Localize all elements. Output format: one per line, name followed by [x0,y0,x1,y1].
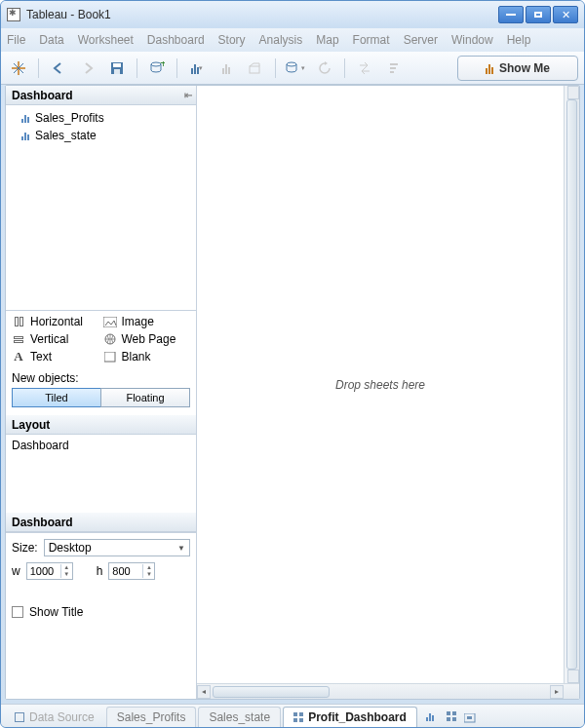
refresh-button[interactable] [313,57,336,80]
new-worksheet-button[interactable]: ▾ [185,57,209,80]
svg-rect-9 [250,66,259,73]
back-button[interactable] [47,57,70,80]
menu-worksheet[interactable]: Worksheet [78,33,134,47]
duplicate-button[interactable] [214,57,238,80]
drop-zone[interactable]: Drop sheets here [197,86,564,683]
object-vertical[interactable]: Vertical [12,332,99,346]
width-label: w [12,564,20,578]
menu-bar: File Data Worksheet Dashboard Story Anal… [1,28,584,52]
menu-help[interactable]: Help [507,33,531,47]
menu-format[interactable]: Format [353,33,390,47]
object-text[interactable]: AText [12,350,99,364]
menu-story[interactable]: Story [218,33,246,47]
sort-button[interactable] [382,57,406,80]
sheets-list: Sales_Profits Sales_state [6,105,196,310]
grid-icon [15,712,24,722]
menu-map[interactable]: Map [316,33,338,47]
layout-header[interactable]: Layout [6,415,196,435]
save-button[interactable] [105,57,129,80]
size-value: Desktop [49,541,92,555]
width-input[interactable]: ▲▼ [26,562,73,580]
swap-button[interactable] [353,57,376,80]
size-select[interactable]: Desktop ▼ [44,539,190,556]
globe-icon [103,333,117,345]
object-label: Horizontal [30,315,83,328]
title-bar[interactable]: Tableau - Book1 ✕ [1,1,584,28]
width-field[interactable] [27,565,60,577]
maximize-button[interactable] [526,6,551,23]
panel-header-label: Dashboard [12,516,73,529]
client-area: Dashboard ⇤ Sales_Profits Sales_state Ho… [5,85,580,700]
tab-label: Profit_Dashboard [308,710,407,724]
menu-file[interactable]: File [7,33,25,47]
tableau-logo-icon[interactable] [7,57,30,80]
spinner[interactable]: ▲▼ [60,564,72,578]
menu-server[interactable]: Server [404,33,438,47]
object-label: Vertical [30,332,68,346]
tab-worksheet[interactable]: Sales_state [198,707,281,727]
window-title: Tableau - Book1 [26,8,496,21]
object-webpage[interactable]: Web Page [103,332,191,346]
separator [176,58,177,78]
sheet-item[interactable]: Sales_Profits [10,109,192,127]
blank-icon [103,351,117,363]
panel-header-label: Layout [12,418,50,432]
new-worksheet-tab[interactable] [419,708,441,727]
svg-rect-15 [467,716,472,719]
height-input[interactable]: ▲▼ [108,562,155,580]
tiled-button[interactable]: Tiled [12,388,100,407]
height-field[interactable] [109,565,142,577]
show-title-label: Show Title [29,605,83,619]
minimize-button[interactable] [498,6,524,23]
svg-rect-13 [104,352,115,362]
object-image[interactable]: Image [103,315,191,328]
layout-tree: Dashboard [6,435,196,513]
vertical-scrollbar[interactable] [564,86,579,683]
horizontal-icon [15,317,23,326]
collapse-icon[interactable]: ⇤ [184,90,192,100]
story-icon [464,713,476,724]
toolbar: + ▾ ▾ Show Me [1,52,584,85]
spinner[interactable]: ▲▼ [142,564,154,578]
new-datasource-button[interactable]: + [145,57,169,80]
object-blank[interactable]: Blank [103,350,191,364]
scroll-right-button[interactable]: ▸ [550,685,564,699]
scrollbar-thumb[interactable] [213,686,330,698]
object-label: Web Page [122,332,176,346]
separator [136,58,137,78]
panel-header-label: Dashboard [12,89,73,102]
tab-dashboard[interactable]: Profit_Dashboard [283,707,417,727]
dashboard-sheets-header[interactable]: Dashboard ⇤ [6,86,196,105]
sheet-tabs: Data Source Sales_Profits Sales_state Pr… [1,704,584,727]
object-label: Image [122,315,154,328]
new-story-tab[interactable] [462,710,484,727]
tab-data-source[interactable]: Data Source [5,708,104,727]
connect-button[interactable]: ▾ [284,57,307,80]
horizontal-scrollbar[interactable]: ◂ ▸ [197,683,579,699]
dashboard-icon [293,712,303,722]
object-label: Text [30,350,52,364]
show-title-checkbox[interactable] [12,606,23,618]
sheet-item[interactable]: Sales_state [10,127,192,144]
close-button[interactable]: ✕ [553,6,578,23]
menu-data[interactable]: Data [39,33,63,47]
svg-text:+: + [160,61,165,70]
object-horizontal[interactable]: Horizontal [12,315,99,328]
floating-button[interactable]: Floating [100,388,190,407]
scroll-left-button[interactable]: ◂ [197,685,211,699]
scrollbar-thumb[interactable] [566,99,577,670]
menu-analysis[interactable]: Analysis [259,33,303,47]
dashboard-settings-header[interactable]: Dashboard [6,513,196,532]
new-dashboard-tab[interactable] [441,708,462,727]
show-me-label: Show Me [499,61,550,75]
menu-dashboard[interactable]: Dashboard [147,33,205,47]
clear-button[interactable] [244,57,267,80]
image-icon [103,316,117,327]
forward-button[interactable] [76,57,99,80]
tab-worksheet[interactable]: Sales_Profits [106,707,197,727]
sheet-label: Sales_Profits [35,111,104,125]
show-me-button[interactable]: Show Me [457,56,578,81]
layout-root-item[interactable]: Dashboard [12,439,190,452]
size-label: Size: [12,541,38,555]
menu-window[interactable]: Window [451,33,493,47]
